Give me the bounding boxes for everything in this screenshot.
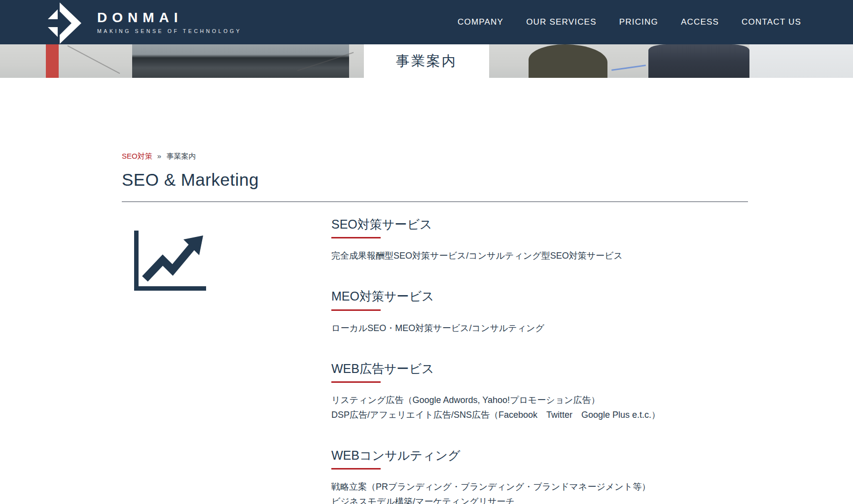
title-divider (122, 202, 748, 202)
content-row: SEO対策サービス 完全成果報酬型SEO対策サービス/コンサルティング型SEO対… (122, 217, 748, 504)
breadcrumb-current: 事業案内 (166, 152, 196, 160)
nav-item-access[interactable]: ACCESS (681, 0, 719, 44)
red-divider (331, 468, 381, 470)
service-section-seo: SEO対策サービス 完全成果報酬型SEO対策サービス/コンサルティング型SEO対… (331, 217, 748, 263)
service-section-web-ads: WEB広告サービス リスティング広告（Google Adwords, Yahoo… (331, 361, 748, 422)
service-description: 完全成果報酬型SEO対策サービス/コンサルティング型SEO対策サービス (331, 248, 748, 263)
services-list: SEO対策サービス 完全成果報酬型SEO対策サービス/コンサルティング型SEO対… (331, 217, 748, 504)
brand-text: DONMAI MAKING SENSE OF TECHNOLOGY (97, 11, 242, 34)
service-description: リスティング広告（Google Adwords, Yahoo!プロモーション広告… (331, 393, 748, 407)
service-section-meo: MEO対策サービス ローカルSEO・MEO対策サービス/コンサルティング (331, 289, 748, 335)
diamond-arrow-logo-icon (47, 2, 86, 44)
hero-photo-scribble (68, 45, 120, 74)
icon-column (122, 217, 331, 504)
service-heading: SEO対策サービス (331, 217, 748, 232)
trending-up-chart-icon (133, 231, 207, 291)
service-heading: WEBコンサルティング (331, 448, 748, 463)
nav-item-company[interactable]: COMPANY (458, 0, 503, 44)
brand-tagline: MAKING SENSE OF TECHNOLOGY (97, 28, 242, 34)
nav-item-contact-us[interactable]: CONTACT US (742, 0, 801, 44)
service-link[interactable]: ローカルSEO・MEO対策サービス/コンサルティング (331, 321, 748, 336)
service-description: 戦略立案（PRブランディング・ブランディング・ブランドマネージメント等） (331, 479, 748, 494)
nav-item-pricing[interactable]: PRICING (619, 0, 658, 44)
hero-title-box: 事業案内 (364, 44, 489, 78)
breadcrumb-link-seo[interactable]: SEO対策 (122, 152, 152, 160)
breadcrumb-separator: » (157, 152, 161, 160)
hero-title: 事業案内 (396, 52, 457, 70)
brand-logo[interactable]: DONMAI MAKING SENSE OF TECHNOLOGY (47, 0, 242, 44)
breadcrumb: SEO対策 » 事業案内 (122, 152, 748, 161)
service-section-web-consulting: WEBコンサルティング 戦略立案（PRブランディング・ブランディング・ブランドマ… (331, 448, 748, 504)
main-nav: COMPANY OUR SERVICES PRICING ACCESS CONT… (458, 0, 801, 44)
main-content: SEO対策 » 事業案内 SEO & Marketing SEO対策サービス 完… (122, 78, 748, 504)
top-nav-bar: DONMAI MAKING SENSE OF TECHNOLOGY COMPAN… (0, 0, 853, 44)
hero-photo-red-chart (46, 44, 59, 78)
service-heading: WEB広告サービス (331, 361, 748, 376)
hero-photo-wall (749, 44, 853, 78)
page-title: SEO & Marketing (122, 170, 748, 190)
hero-photo-figure-center (529, 44, 607, 78)
service-description: ビジネスモデル構築/マーケティングリサーチ (331, 494, 748, 504)
hero-banner: 事業案内 (0, 44, 853, 78)
red-divider (331, 237, 381, 238)
brand-name: DONMAI (97, 11, 242, 25)
hero-photo-figure-right (648, 44, 749, 78)
service-description: DSP広告/アフェリエイト広告/SNS広告（Facebook Twitter G… (331, 407, 748, 422)
hero-photo-scribble (611, 65, 646, 71)
red-divider (331, 381, 381, 383)
hero-photo-figure-left (132, 44, 349, 78)
nav-item-services[interactable]: OUR SERVICES (526, 0, 597, 44)
service-heading: MEO対策サービス (331, 289, 748, 304)
red-divider (331, 309, 381, 311)
